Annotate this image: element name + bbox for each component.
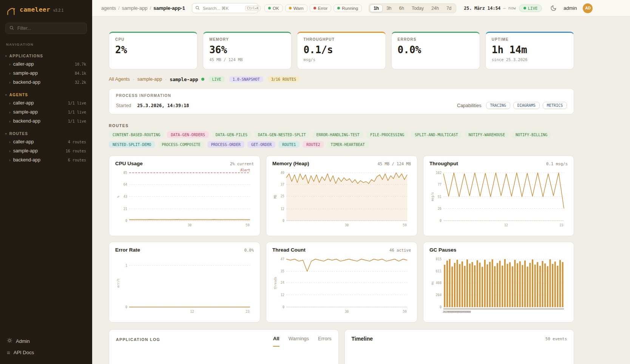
bottom-panels: APPLICATION LOG All Warnings Errors Time…: [109, 329, 574, 364]
time-range-3h[interactable]: 3h: [383, 5, 395, 12]
chart-card-gc-pauses: GC Pauses 0204408611815ms202000000000000…: [423, 242, 574, 323]
app-logo[interactable]: cameleer v3.2.1: [0, 0, 92, 20]
svg-text:815: 815: [436, 257, 442, 261]
sidebar: cameleer v3.2.1 NAVIGATION ▾ APPLICATION…: [0, 0, 92, 364]
svg-text:23: 23: [559, 223, 563, 227]
route-tag[interactable]: DATA-GEN-NESTED-SPLIT: [254, 131, 309, 138]
chevron-right-icon: ›: [9, 110, 11, 114]
avatar[interactable]: AD: [583, 3, 593, 13]
route-tag[interactable]: CONTENT-BASED-ROUTING: [109, 131, 164, 138]
crumb-all-agents[interactable]: All Agents: [109, 77, 130, 82]
capability-tracing: TRACING: [486, 102, 510, 109]
date-range-display[interactable]: 25. März 14:54 — now: [464, 6, 516, 11]
route-tag[interactable]: ROUTE2: [303, 141, 324, 148]
charts-grid: CPU Usage 2% current 021436485%3059Alert…: [109, 155, 574, 323]
status-filter-ok[interactable]: OK: [264, 5, 283, 12]
item-status: 1/1 live: [68, 110, 86, 114]
svg-text:37: 37: [281, 183, 284, 186]
time-range-24h[interactable]: 24h: [428, 5, 443, 12]
svg-text:0: 0: [440, 305, 442, 309]
started-label: Started: [116, 103, 131, 108]
route-tag[interactable]: FILE-PROCESSING: [366, 131, 408, 138]
crumb-sample-app[interactable]: sample-app: [137, 77, 162, 82]
app-name: cameleer: [20, 6, 50, 13]
log-tab-errors[interactable]: Errors: [318, 336, 331, 347]
error-rate-chart: 01err/h1223: [115, 255, 254, 314]
section-title-routes[interactable]: ▾ ROUTES: [0, 130, 92, 137]
sidebar-item-agent-backend-app[interactable]: › backend-app 1/1 live: [0, 117, 92, 126]
caret-down-icon: ▾: [5, 55, 7, 58]
item-status: 1/1 live: [68, 119, 86, 123]
sidebar-item-app-backend-app[interactable]: › backend-app 32.2k: [0, 78, 92, 87]
svg-text:threads: threads: [274, 276, 277, 289]
caret-down-icon: ▾: [5, 132, 7, 135]
sidebar-item-app-sample-app[interactable]: › sample-app 84.1k: [0, 69, 92, 78]
route-tag[interactable]: SPLIT-AND-MULTICAST: [411, 131, 462, 138]
time-range-7d[interactable]: 7d: [443, 5, 455, 12]
chart-current-value: 46 active: [389, 248, 411, 252]
sidebar-item-admin[interactable]: Admin: [0, 335, 92, 347]
global-search[interactable]: Ctrl+K: [192, 3, 258, 13]
timeline-events-count: 50 events: [545, 336, 567, 341]
route-tag[interactable]: PROCESS-COMPOSITE: [158, 141, 204, 148]
sidebar-item-routes-backend-app[interactable]: › backend-app 6 routes: [0, 155, 92, 164]
log-tab-warnings[interactable]: Warnings: [289, 336, 309, 347]
filter-input[interactable]: [17, 25, 83, 31]
search-input[interactable]: [202, 6, 243, 11]
live-toggle[interactable]: LIVE: [519, 5, 542, 12]
time-range-1h[interactable]: 1h: [370, 5, 383, 12]
item-count: 10.7k: [75, 62, 86, 66]
sidebar-item-routes-caller-app[interactable]: › caller-app 4 routes: [0, 137, 92, 146]
svg-text:51: 51: [438, 195, 442, 199]
timeline-card: Timeline 50 events: [344, 329, 574, 364]
item-count: 16 routes: [66, 149, 86, 153]
section-title-applications[interactable]: ▾ APPLICATIONS: [0, 52, 92, 60]
svg-text:59: 59: [403, 223, 406, 227]
badge-routes-count: 3/16 ROUTES: [268, 76, 300, 82]
breadcrumb-agents[interactable]: agents: [101, 5, 116, 11]
svg-text:25: 25: [281, 194, 284, 198]
status-filter-running[interactable]: Running: [334, 5, 362, 12]
log-tab-all[interactable]: All: [273, 336, 279, 347]
svg-text:0: 0: [125, 305, 127, 309]
route-tag[interactable]: DATA-GEN-FILES: [212, 131, 251, 138]
chevron-right-icon: ›: [9, 71, 11, 75]
sidebar-item-api-docs[interactable]: ≡ API Docs: [0, 347, 92, 358]
svg-text:77: 77: [438, 183, 442, 186]
route-tag[interactable]: PROCESS-ORDER: [207, 141, 244, 148]
sidebar-item-agent-caller-app[interactable]: › caller-app 1/1 live: [0, 98, 92, 108]
route-tag[interactable]: ERROR-HANDLING-TEST: [312, 131, 363, 138]
svg-text:30: 30: [188, 223, 191, 227]
route-tag[interactable]: TIMER-HEARTBEAT: [327, 141, 368, 148]
svg-text:59: 59: [246, 223, 249, 227]
svg-text:47: 47: [281, 257, 284, 261]
status-filter-error[interactable]: Error: [310, 5, 332, 12]
svg-text:611: 611: [436, 269, 442, 273]
time-range-6h[interactable]: 6h: [395, 5, 408, 12]
time-range-today[interactable]: Today: [408, 5, 428, 12]
status-dot: [313, 7, 316, 9]
svg-text:12: 12: [281, 207, 284, 211]
sidebar-item-routes-sample-app[interactable]: › sample-app 16 routes: [0, 146, 92, 155]
svg-text:24: 24: [281, 281, 284, 284]
dark-mode-toggle[interactable]: [550, 5, 557, 11]
chevron-right-icon: ›: [9, 62, 11, 66]
svg-text:Alert: Alert: [240, 169, 250, 172]
route-tag[interactable]: NESTED-SPLIT-DEMO: [109, 141, 155, 148]
svg-text:204: 204: [436, 293, 442, 297]
stat-card-cpu: CPU 2%: [109, 32, 198, 69]
route-tag[interactable]: DATA-GEN-ORDERS: [167, 131, 208, 138]
breadcrumb-sample-app[interactable]: sample-app: [122, 5, 148, 11]
route-tag[interactable]: GET-ORDER: [247, 141, 275, 148]
sidebar-item-agent-sample-app[interactable]: › sample-app 1/1 live: [0, 108, 92, 117]
item-count: 84.1k: [75, 71, 86, 75]
route-tag[interactable]: NOTIFY-WAREHOUSE: [465, 131, 509, 138]
sidebar-section-agents: ▾ AGENTS › caller-app 1/1 live › sample-…: [0, 91, 92, 126]
route-tag[interactable]: NOTIFY-BILLING: [512, 131, 551, 138]
svg-text:12: 12: [281, 293, 284, 297]
section-title-agents[interactable]: ▾ AGENTS: [0, 91, 92, 98]
status-filter-warn[interactable]: Warn: [285, 5, 307, 12]
item-count: 6 routes: [68, 158, 86, 162]
sidebar-item-app-caller-app[interactable]: › caller-app 10.7k: [0, 60, 92, 69]
route-tag[interactable]: ROUTE1: [278, 141, 300, 148]
